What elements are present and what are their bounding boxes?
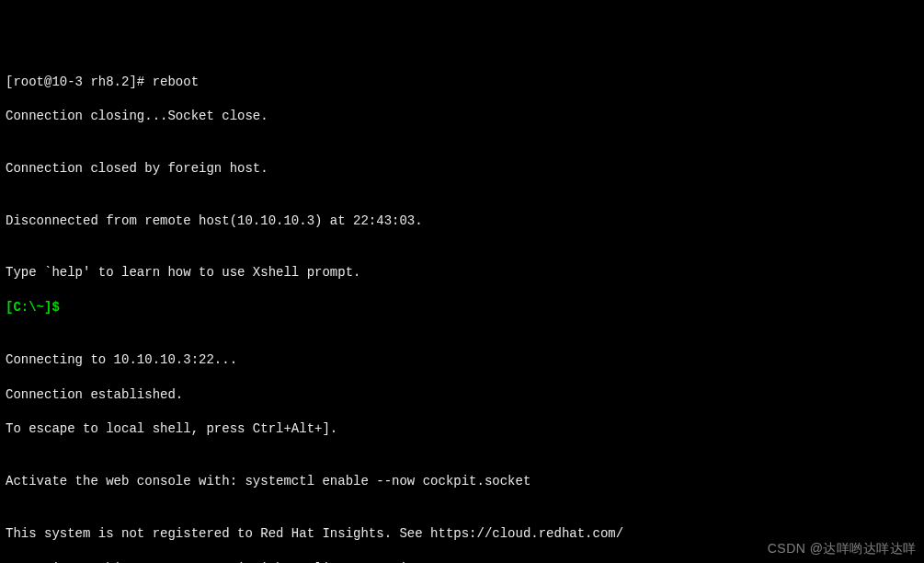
command-text: reboot: [153, 75, 199, 89]
terminal-line: Connection established.: [6, 386, 918, 404]
terminal-line: To escape to local shell, press Ctrl+Alt…: [6, 420, 918, 438]
terminal-line: [root@10-3 rh8.2]# reboot: [6, 74, 918, 91]
terminal-line: Activate the web console with: systemctl…: [6, 473, 918, 490]
terminal-line: [C:\~]$: [6, 299, 918, 316]
terminal-line: To register this system, run: insights-c…: [6, 560, 918, 564]
terminal-line: Connection closed by foreign host.: [6, 160, 918, 178]
terminal-line: Connection closing...Socket close.: [6, 108, 918, 125]
terminal-line: Connecting to 10.10.10.3:22...: [6, 351, 918, 369]
xshell-local-prompt: [C:\~]$: [6, 300, 67, 315]
terminal-line: Disconnected from remote host(10.10.10.3…: [6, 213, 918, 230]
watermark-text: CSDN @达咩哟达咩达咩: [768, 540, 917, 557]
shell-prompt: [root@10-3 rh8.2]#: [6, 75, 153, 89]
terminal-line: Type `help' to learn how to use Xshell p…: [6, 264, 918, 282]
